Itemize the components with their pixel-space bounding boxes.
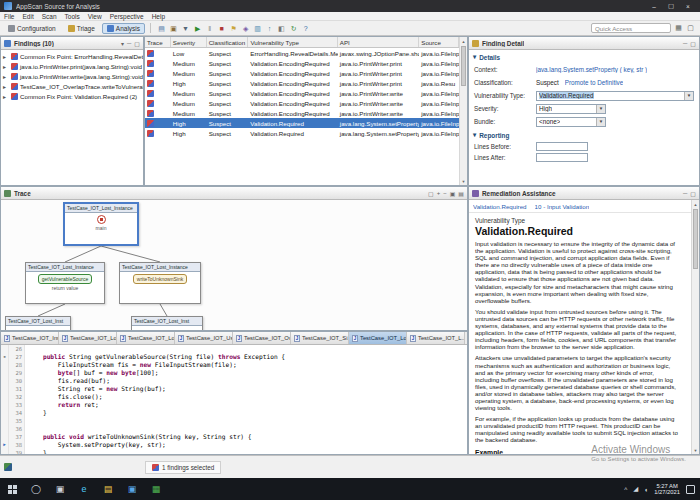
finding-row[interactable]: LowSuspectErrorHandling.RevealDetails.Me… xyxy=(145,48,459,58)
code-line[interactable]: 28 FileInputStream fis = new FileInputSt… xyxy=(1,361,467,369)
column-header-trace[interactable]: Trace xyxy=(145,37,171,47)
column-header-api[interactable]: API xyxy=(338,37,419,47)
clock[interactable]: 5:27 AM 1/27/2021 xyxy=(654,483,680,496)
action-center-icon[interactable] xyxy=(686,485,695,494)
code-line[interactable]: ▶38 System.setProperty(key, str); xyxy=(1,441,467,449)
trace-node-source[interactable]: TestCase_IOT_Lost_Instance getVulnerable… xyxy=(25,262,105,304)
file-explorer-icon[interactable]: ▤ xyxy=(96,478,120,500)
bundle-icon[interactable]: ◈ xyxy=(240,23,251,34)
trace-icon[interactable] xyxy=(147,110,154,117)
editor-tab[interactable]: JTestCase_IOT_Ov...× xyxy=(233,332,291,344)
menu-scan[interactable]: Scan xyxy=(42,13,57,20)
finding-row[interactable]: HighSuspectValidation.EncodingRequiredja… xyxy=(145,78,459,88)
menu-tools[interactable]: Tools xyxy=(65,13,80,20)
column-header-source[interactable]: Source xyxy=(419,37,459,47)
finding-row[interactable]: HighSuspectValidation.Requiredjava.lang.… xyxy=(145,128,459,138)
code-editor[interactable]: 26▪27 public String getVulnerableSource(… xyxy=(1,345,467,454)
app-green-icon[interactable]: ▦ xyxy=(144,478,168,500)
save-assessment-icon[interactable]: ▼ xyxy=(180,23,191,34)
editor-tab[interactable]: JTestCase_IOT_Los...× xyxy=(59,332,117,344)
network-icon[interactable]: ◢ xyxy=(633,485,638,493)
column-header-vulnerability-type[interactable]: Vulnerability Type xyxy=(248,37,337,47)
code-line[interactable]: ▪27 public String getVulnerableSource(St… xyxy=(1,353,467,361)
refresh-icon[interactable]: ↻ xyxy=(288,23,299,34)
scroll-thumb[interactable] xyxy=(461,46,466,86)
cortana-icon[interactable]: ◯ xyxy=(24,478,48,500)
finding-detail-tab[interactable]: Finding Detail xyxy=(472,40,524,47)
remediation-tab[interactable]: Remediation Assistance xyxy=(472,190,556,197)
zoom-in-icon[interactable]: + xyxy=(437,190,441,196)
reporting-section-header[interactable]: ▾ Reporting xyxy=(469,128,699,141)
code-line[interactable]: 33 return ret; xyxy=(1,401,467,409)
maximize-view-icon[interactable]: ▢ xyxy=(690,190,696,197)
trace-node-main[interactable]: TestCase_IOT_Lost_Instance main xyxy=(63,202,139,246)
new-assessment-icon[interactable]: ▤ xyxy=(156,23,167,34)
start-button[interactable] xyxy=(0,478,24,500)
help-icon[interactable]: ? xyxy=(300,23,311,34)
scan-icon[interactable]: ▶ xyxy=(192,23,203,34)
remediation-link-input-validation[interactable]: 10 - Input Validation xyxy=(535,203,590,210)
quick-access-input[interactable]: Quick Access xyxy=(591,23,671,33)
open-assessment-icon[interactable]: ▣ xyxy=(168,23,179,34)
trace-icon[interactable] xyxy=(147,50,154,57)
finding-row[interactable]: HighSuspectValidation.Requiredjava.lang.… xyxy=(145,118,459,128)
finding-row[interactable]: MediumSuspectValidation.EncodingRequired… xyxy=(145,108,459,118)
volume-icon[interactable]: ◖ xyxy=(644,486,648,493)
editor-tab[interactable]: JTestCase_IOT_Inst...× xyxy=(1,332,59,344)
zoom-out-icon[interactable]: − xyxy=(443,190,447,196)
scroll-up-icon[interactable]: ▲ xyxy=(460,37,467,45)
code-line[interactable]: 30 fis.read(buf); xyxy=(1,377,467,385)
code-line[interactable]: 31 String ret = new String(buf); xyxy=(1,385,467,393)
finding-row[interactable]: MediumSuspectValidation.EncodingRequired… xyxy=(145,68,459,78)
open-perspective-icon[interactable]: ▦ xyxy=(674,24,683,33)
finding-row[interactable]: MediumSuspectValidation.EncodingRequired… xyxy=(145,58,459,68)
finding-group-item[interactable]: ▸java.io.PrintWriter.write(java.lang.Str… xyxy=(1,71,143,81)
trace-icon[interactable] xyxy=(147,100,154,107)
export-trace-icon[interactable]: ▤ xyxy=(458,190,464,197)
trace-icon[interactable] xyxy=(147,70,154,77)
finding-row[interactable]: MediumSuspectValidation.EncodingRequired… xyxy=(145,98,459,108)
perspective-analysis[interactable]: Analysis xyxy=(102,23,145,34)
editor-tab[interactable]: JTestCase_IOT_L...× xyxy=(407,332,465,344)
severity-select[interactable]: High ▼ xyxy=(536,104,606,114)
expander-icon[interactable]: ▸ xyxy=(3,53,9,60)
maximize-window-icon[interactable]: ▢ xyxy=(663,1,679,12)
code-line[interactable]: 39 } xyxy=(1,449,467,454)
publish-icon[interactable]: ↑ xyxy=(264,23,275,34)
trace-icon[interactable] xyxy=(147,120,154,127)
report-icon[interactable]: ▥ xyxy=(252,23,263,34)
expander-icon[interactable]: ▸ xyxy=(3,83,9,90)
perspective-list-icon[interactable]: ▢ xyxy=(686,24,695,33)
remediation-link-vulnerability[interactable]: Validation.Required xyxy=(473,203,527,210)
lines-before-input[interactable] xyxy=(536,142,588,151)
code-line[interactable]: 34 } xyxy=(1,409,467,417)
code-line[interactable]: 32 fis.close(); xyxy=(1,393,467,401)
code-line[interactable]: 26 xyxy=(1,345,467,353)
expander-icon[interactable]: ▸ xyxy=(3,63,9,70)
line-marker-icon[interactable]: ▪ xyxy=(1,353,9,361)
menu-perspective[interactable]: Perspective xyxy=(110,13,144,20)
perspective-triage[interactable]: Triage xyxy=(63,23,100,34)
minimize-window-icon[interactable]: – xyxy=(646,1,662,12)
editor-tab[interactable]: JTestCase_IOT_Los...× xyxy=(117,332,175,344)
chevron-down-icon[interactable]: ▼ xyxy=(596,105,605,113)
context-link[interactable]: java.lang.System.setProperty ( key, str … xyxy=(536,66,647,73)
menu-file[interactable]: File xyxy=(4,13,14,20)
chevron-down-icon[interactable]: ▼ xyxy=(596,118,605,126)
menu-edit[interactable]: Edit xyxy=(22,13,33,20)
trace-icon[interactable] xyxy=(147,90,154,97)
finding-group-item[interactable]: ▸java.io.PrintWriter.print(java.lang.Str… xyxy=(1,61,143,71)
remediation-scrollbar[interactable]: ▲ ▼ xyxy=(691,200,699,454)
trace-canvas[interactable]: TestCase_IOT_Lost_Instance main TestCase… xyxy=(1,200,467,330)
chevron-down-icon[interactable]: ▼ xyxy=(684,92,693,100)
lines-after-input[interactable] xyxy=(536,153,588,162)
pause-scan-icon[interactable]: ‖ xyxy=(204,23,215,34)
finding-group-item[interactable]: ▸Common Fix Point: ErrorHandling.RevealD… xyxy=(1,51,143,61)
trace-icon[interactable] xyxy=(147,60,154,67)
compare-icon[interactable]: ◧ xyxy=(276,23,287,34)
column-header-classification[interactable]: Classification xyxy=(207,37,249,47)
code-line[interactable]: 29 byte[] buf = new byte[100]; xyxy=(1,369,467,377)
vulnerability-type-select[interactable]: Validation.Required ▼ xyxy=(536,91,694,101)
task-view-icon[interactable]: ▣ xyxy=(48,478,72,500)
menu-view[interactable]: View xyxy=(88,13,102,20)
